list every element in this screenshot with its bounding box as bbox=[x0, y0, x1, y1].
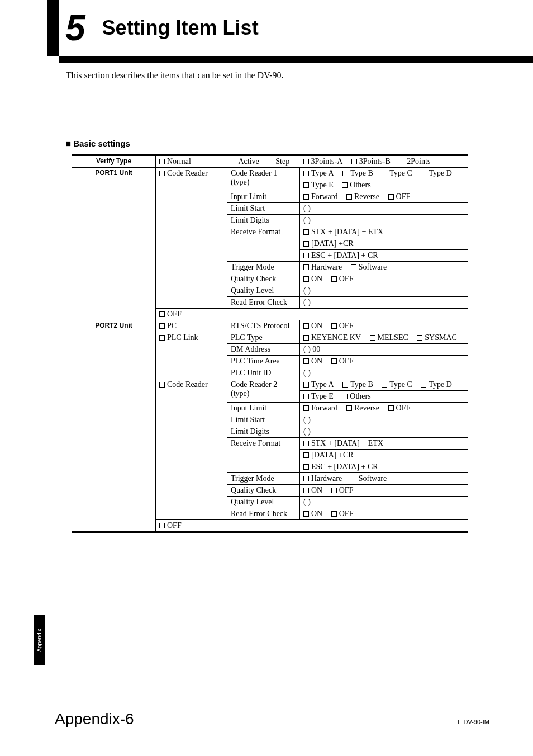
checkbox-icon[interactable] bbox=[303, 253, 309, 258]
checkbox-icon[interactable] bbox=[351, 159, 357, 164]
page-footer: Appendix-6 E DV-90-IM bbox=[55, 710, 489, 728]
checkbox-icon[interactable] bbox=[342, 171, 348, 176]
checkbox-icon[interactable] bbox=[159, 159, 165, 164]
checkbox-icon[interactable] bbox=[303, 358, 309, 364]
checkbox-icon[interactable] bbox=[303, 405, 309, 411]
checkbox-icon[interactable] bbox=[351, 476, 356, 481]
chapter-header: 5 Setting Item List bbox=[59, 0, 533, 56]
checkbox-icon[interactable] bbox=[342, 182, 348, 188]
checkbox-icon[interactable] bbox=[421, 171, 426, 176]
checkbox-icon[interactable] bbox=[303, 452, 309, 458]
checkbox-icon[interactable] bbox=[346, 405, 352, 411]
checkbox-icon[interactable] bbox=[303, 441, 309, 446]
checkbox-icon[interactable] bbox=[303, 323, 309, 329]
checkbox-icon[interactable] bbox=[382, 382, 387, 388]
row-verify-type: Verify Type bbox=[72, 155, 156, 168]
checkbox-icon[interactable] bbox=[159, 311, 165, 317]
checkbox-icon[interactable] bbox=[382, 171, 387, 176]
checkbox-icon[interactable] bbox=[399, 159, 404, 164]
intro-text: This section describes the items that ca… bbox=[66, 70, 284, 81]
row-port1-unit: PORT1 Unit bbox=[72, 168, 156, 297]
row-port2-unit: PORT2 Unit bbox=[72, 320, 156, 532]
checkbox-icon[interactable] bbox=[303, 511, 309, 517]
checkbox-icon[interactable] bbox=[303, 276, 309, 282]
checkbox-icon[interactable] bbox=[331, 488, 337, 493]
checkbox-icon[interactable] bbox=[303, 171, 309, 176]
checkbox-icon[interactable] bbox=[231, 159, 236, 164]
page-number: Appendix-6 bbox=[55, 710, 134, 728]
checkbox-icon[interactable] bbox=[303, 229, 309, 235]
checkbox-icon[interactable] bbox=[388, 194, 394, 200]
checkbox-icon[interactable] bbox=[303, 182, 309, 188]
chapter-number: 5 bbox=[65, 7, 85, 49]
section-basic-settings: Basic settings bbox=[66, 139, 130, 148]
settings-table: Verify Type Normal Active Step 3Points-A… bbox=[72, 154, 468, 533]
checkbox-icon[interactable] bbox=[303, 159, 309, 164]
checkbox-icon[interactable] bbox=[303, 335, 309, 341]
checkbox-icon[interactable] bbox=[351, 264, 356, 270]
side-tab-appendix: Appendix bbox=[34, 615, 45, 665]
checkbox-icon[interactable] bbox=[342, 394, 348, 399]
checkbox-icon[interactable] bbox=[303, 476, 309, 481]
checkbox-icon[interactable] bbox=[159, 523, 165, 528]
checkbox-icon[interactable] bbox=[303, 194, 309, 200]
checkbox-icon[interactable] bbox=[159, 171, 165, 176]
chapter-title: Setting Item List bbox=[102, 16, 259, 40]
checkbox-icon[interactable] bbox=[331, 358, 337, 364]
checkbox-icon[interactable] bbox=[346, 194, 352, 200]
checkbox-icon[interactable] bbox=[342, 382, 348, 388]
checkbox-icon[interactable] bbox=[303, 264, 309, 270]
checkbox-icon[interactable] bbox=[303, 464, 309, 470]
checkbox-icon[interactable] bbox=[303, 382, 309, 388]
checkbox-icon[interactable] bbox=[331, 276, 337, 282]
checkbox-icon[interactable] bbox=[303, 488, 309, 493]
checkbox-icon[interactable] bbox=[159, 323, 165, 329]
checkbox-icon[interactable] bbox=[331, 323, 337, 329]
checkbox-icon[interactable] bbox=[159, 335, 165, 341]
checkbox-icon[interactable] bbox=[421, 382, 426, 388]
checkbox-icon[interactable] bbox=[159, 382, 165, 388]
checkbox-icon[interactable] bbox=[303, 394, 309, 399]
checkbox-icon[interactable] bbox=[268, 159, 273, 164]
doc-id: E DV-90-IM bbox=[458, 719, 489, 725]
checkbox-icon[interactable] bbox=[417, 335, 422, 341]
checkbox-icon[interactable] bbox=[370, 335, 375, 341]
checkbox-icon[interactable] bbox=[331, 511, 337, 517]
checkbox-icon[interactable] bbox=[388, 405, 394, 411]
checkbox-icon[interactable] bbox=[303, 241, 309, 247]
